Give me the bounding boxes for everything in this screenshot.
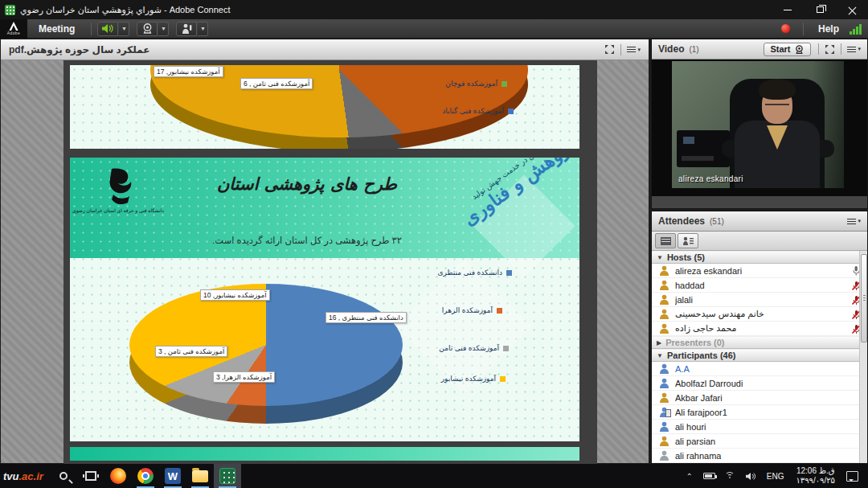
- attendees-toolbar: [652, 232, 867, 251]
- attendees-count: (51): [710, 217, 724, 226]
- minimize-button[interactable]: [772, 0, 804, 19]
- speaker-button[interactable]: [97, 22, 118, 36]
- status-view-icon: [682, 236, 694, 245]
- attendees-scrollbar[interactable]: [859, 251, 867, 463]
- start-button[interactable]: tvu .ac.ir: [3, 470, 43, 482]
- expand-icon: ▶: [657, 339, 661, 347]
- attendee-avatar: [659, 323, 669, 334]
- meeting-menu[interactable]: Meeting: [27, 19, 86, 39]
- pie-label: آموزشکده الزهرا, 3: [213, 371, 275, 383]
- attendee-row[interactable]: ali houri: [652, 420, 867, 434]
- video-feed: alireza eskandari: [652, 59, 867, 196]
- video-pod-header: Video (1) Start ▾: [652, 39, 867, 59]
- list-view-button[interactable]: [655, 233, 676, 248]
- attendee-row[interactable]: ali rahnama: [652, 449, 867, 463]
- legend-item: دانشکده فنی منتظری: [437, 269, 512, 277]
- video-pod-footer: [652, 196, 867, 208]
- webcam-dropdown[interactable]: ▼: [158, 22, 169, 36]
- help-menu[interactable]: Help: [818, 23, 839, 35]
- close-button[interactable]: [836, 0, 868, 19]
- attendee-avatar: [659, 436, 669, 446]
- share-pod-header: عملکرد سال حوزه پژوهش.pdf ▾: [1, 39, 649, 60]
- adobe-logo: Adobe: [0, 19, 27, 39]
- firefox-taskbar-button[interactable]: [104, 464, 132, 488]
- attendee-row[interactable]: Akbar Jafari: [652, 391, 867, 405]
- attendee-row[interactable]: jalali: [652, 293, 867, 307]
- share-pod: عملکرد سال حوزه پژوهش.pdf ▾ آموزشکده نیش…: [0, 39, 649, 464]
- speaker-icon: [101, 23, 114, 34]
- raise-hand-button[interactable]: [176, 22, 197, 36]
- wifi-icon[interactable]: [725, 472, 736, 480]
- language-indicator[interactable]: ENG: [761, 472, 790, 481]
- search-button[interactable]: [50, 464, 77, 488]
- attendee-name: محمد حاجی زاده: [675, 323, 736, 334]
- list-view-icon: [661, 237, 671, 245]
- attendee-avatar: [659, 294, 669, 305]
- fullscreen-icon[interactable]: [825, 44, 835, 55]
- connect-app-icon: [5, 5, 15, 15]
- attendee-row[interactable]: محمد حاجی زاده: [652, 322, 867, 336]
- action-center-icon[interactable]: [846, 471, 858, 482]
- legend-swatch: [497, 308, 502, 314]
- word-icon: W: [165, 468, 181, 484]
- legend-swatch: [502, 81, 507, 87]
- university-logo: [100, 167, 136, 206]
- folder-icon: [192, 470, 208, 482]
- status-view-button[interactable]: [678, 233, 698, 248]
- clock[interactable]: ق.ظ 12:06 ۱۳۹۹/۰۹/۲۵: [789, 466, 841, 486]
- firefox-icon: [110, 468, 126, 484]
- hidden-icons-chevron[interactable]: ⌃: [680, 472, 698, 481]
- attendee-row[interactable]: haddad: [652, 278, 867, 293]
- attendee-avatar: [659, 378, 669, 388]
- presenters-section-header[interactable]: ▶ Presenters (0): [652, 336, 867, 349]
- participants-section-header[interactable]: ▼ Participants (46): [652, 349, 867, 362]
- scrollbar-thumb[interactable]: [861, 254, 867, 342]
- raise-hand-dropdown[interactable]: ▼: [198, 22, 208, 36]
- speaker-dropdown[interactable]: ▼: [119, 22, 129, 36]
- attendee-row[interactable]: خانم مهندس سیدحسینی: [652, 307, 867, 322]
- attendee-row[interactable]: alireza eskandari: [652, 264, 867, 278]
- legend-item: آموزشکده فنی گناباد: [442, 107, 514, 115]
- pie-label: آموزشکده فنی ثامن , 6: [240, 78, 313, 89]
- chrome-taskbar-button[interactable]: [132, 464, 159, 488]
- clock-date: ۱۳۹۹/۰۹/۲۵: [796, 476, 835, 486]
- webcam-button[interactable]: [137, 22, 158, 36]
- adobe-label: Adobe: [7, 31, 20, 35]
- attendees-list[interactable]: ▼ Hosts (5) alireza eskandari haddad: [652, 251, 867, 463]
- word-taskbar-button[interactable]: W: [159, 464, 186, 488]
- windows-taskbar: tvu .ac.ir W ⌃ ENG ق.ظ 12:06 ۱۳۹۹/۰۹/۲۵: [0, 464, 868, 488]
- legend-swatch: [508, 109, 514, 114]
- volume-icon[interactable]: [746, 472, 756, 481]
- connection-signal-icon[interactable]: [849, 23, 862, 35]
- restore-button[interactable]: [804, 0, 836, 19]
- pdf-document-area[interactable]: آموزشکده نیشابور, 17 آموزشکده فنی ثامن ,…: [63, 60, 597, 465]
- attendees-pod-title: Attendees: [658, 215, 705, 227]
- fullscreen-icon[interactable]: [604, 44, 615, 55]
- attendee-row[interactable]: Abolfazl Darroudi: [652, 376, 867, 391]
- adobe-a-icon: [8, 22, 19, 31]
- attendee-row[interactable]: Ali farajpoor1: [652, 405, 867, 420]
- menubar-divider: [803, 23, 804, 35]
- battery-icon[interactable]: [703, 473, 715, 479]
- pod-menu-icon[interactable]: ▾: [847, 218, 861, 224]
- legend-swatch: [506, 270, 512, 276]
- attendee-row[interactable]: A.A: [652, 362, 867, 376]
- legend-item: آموزشکده نیشابور: [441, 375, 506, 383]
- pod-menu-icon[interactable]: ▾: [847, 46, 861, 52]
- hosts-section-header[interactable]: ▼ Hosts (5): [652, 251, 867, 264]
- attendee-avatar: [659, 363, 669, 374]
- minimize-icon: [784, 10, 792, 10]
- pod-menu-icon[interactable]: ▾: [627, 47, 641, 53]
- start-webcam-button[interactable]: Start: [764, 43, 811, 56]
- file-explorer-taskbar-button[interactable]: [186, 464, 214, 488]
- attendees-pod-header: Attendees (51) ▾: [652, 211, 867, 232]
- restore-icon: [817, 6, 824, 13]
- adobe-connect-window: شوراي پژوهشي استان خراسان رضوي - Adobe C…: [0, 0, 868, 488]
- attendee-row[interactable]: ali parsian: [652, 434, 867, 449]
- attendee-avatar: [659, 309, 669, 319]
- task-view-button[interactable]: [77, 464, 104, 488]
- attendee-avatar: [659, 392, 669, 403]
- pdf-slide-previous: آموزشکده نیشابور, 17 آموزشکده فنی ثامن ,…: [70, 65, 579, 149]
- adobe-connect-taskbar-button[interactable]: [214, 464, 241, 488]
- slide-title: طرح های پژوهشی استان: [207, 174, 407, 194]
